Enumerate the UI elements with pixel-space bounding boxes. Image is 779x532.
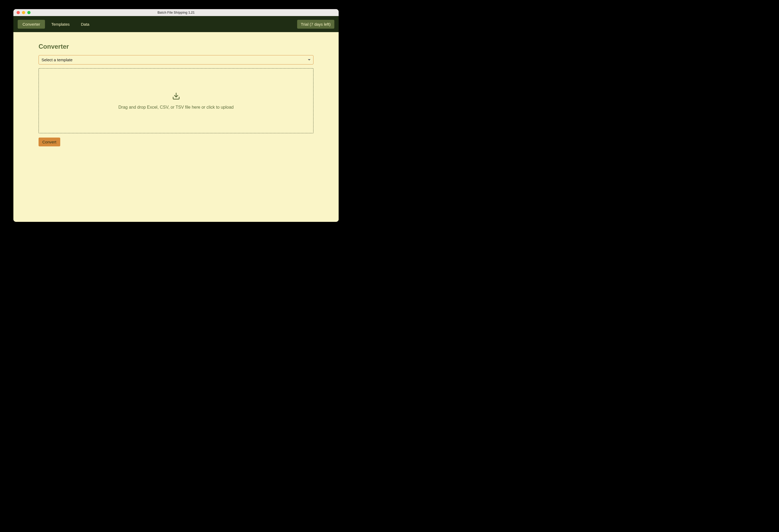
download-icon	[172, 92, 180, 101]
traffic-lights	[17, 11, 31, 14]
window-close-button[interactable]	[17, 11, 20, 14]
file-dropzone[interactable]: Drag and drop Excel, CSV, or TSV file he…	[39, 68, 313, 133]
convert-button-label: Convert	[42, 140, 57, 144]
dropzone-text: Drag and drop Excel, CSV, or TSV file he…	[118, 105, 233, 110]
page-title: Converter	[39, 43, 313, 50]
trial-label: Trial (7 days left)	[301, 22, 331, 26]
nav-item-label: Data	[81, 22, 89, 26]
trial-badge[interactable]: Trial (7 days left)	[297, 20, 334, 28]
titlebar: Batch File Shipping 1.21	[13, 9, 339, 16]
nav-item-templates[interactable]: Templates	[47, 20, 74, 28]
content-area: Converter Select a template Drag and dro…	[13, 32, 339, 222]
nav-item-data[interactable]: Data	[76, 20, 94, 28]
nav-item-converter[interactable]: Converter	[18, 20, 45, 28]
app-window: Batch File Shipping 1.21 Converter Templ…	[13, 9, 339, 222]
template-select[interactable]: Select a template	[39, 55, 313, 65]
nav-item-label: Converter	[22, 22, 40, 26]
window-title: Batch File Shipping 1.21	[13, 11, 339, 14]
nav-items: Converter Templates Data	[18, 20, 94, 28]
window-minimize-button[interactable]	[22, 11, 25, 14]
window-maximize-button[interactable]	[27, 11, 31, 14]
navbar: Converter Templates Data Trial (7 days l…	[13, 16, 339, 32]
convert-button[interactable]: Convert	[39, 138, 60, 146]
nav-item-label: Templates	[51, 22, 70, 26]
